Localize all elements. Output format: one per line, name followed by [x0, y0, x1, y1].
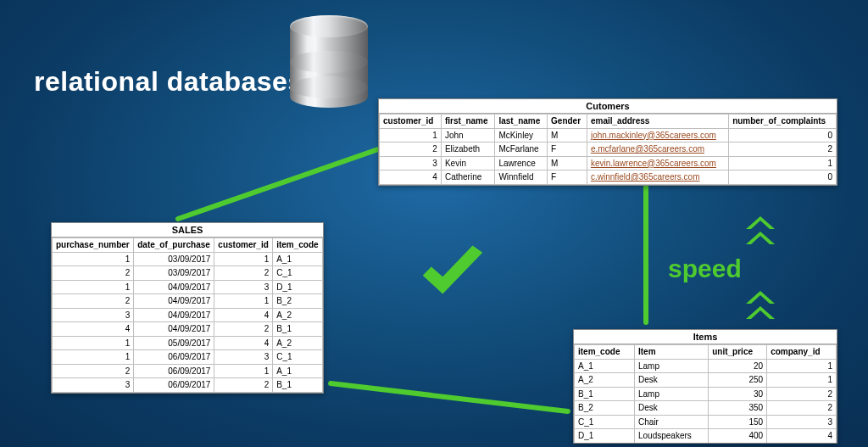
col-header: Gender: [548, 115, 587, 129]
cell: c.winnfield@365careers.com: [587, 170, 728, 185]
cell: Lamp: [635, 359, 709, 373]
cell: 3: [214, 280, 273, 294]
cell: McFarlane: [495, 142, 548, 157]
cell: Elizabeth: [441, 142, 494, 157]
cell: M: [548, 156, 587, 170]
svg-line-1: [331, 383, 568, 411]
col-header: number_of_complaints: [729, 115, 837, 129]
cell: A_1: [273, 364, 323, 378]
email-link[interactable]: john.mackinley@365careers.com: [591, 131, 716, 140]
speed-label: speed: [668, 254, 742, 283]
cell: B_1: [273, 322, 323, 337]
cell: Lawrence: [495, 156, 548, 170]
cell: A_2: [273, 336, 323, 350]
table-row: 304/09/20174A_2: [53, 308, 323, 322]
cell: F: [548, 170, 587, 185]
cell: 2: [729, 142, 837, 157]
cell: D_1: [273, 280, 323, 294]
cell: F: [548, 142, 587, 157]
cell: B_1: [575, 387, 635, 401]
table-row: 404/09/20172B_1: [53, 322, 323, 337]
cell: 06/09/2017: [134, 350, 214, 365]
email-link[interactable]: c.winnfield@365careers.com: [591, 172, 700, 182]
cell: Catherine: [441, 170, 494, 185]
speed-arrows-up-top: [746, 214, 775, 247]
cell: 04/09/2017: [134, 308, 214, 322]
table-row: 206/09/20171A_1: [53, 364, 323, 378]
cell: 03/09/2017: [134, 266, 214, 281]
cell: D_1: [575, 429, 635, 443]
cell: 1: [53, 350, 134, 365]
cell: 2: [53, 364, 134, 378]
cell: 3: [767, 415, 837, 429]
col-header: last_name: [495, 115, 548, 129]
table-row: 103/09/20171A_1: [53, 252, 323, 266]
cell: 2: [380, 142, 442, 157]
cell: 1: [380, 128, 442, 142]
cell: 1: [53, 336, 134, 350]
table-row: D_1Loudspeakers4004: [575, 429, 837, 443]
cell: 1: [767, 359, 837, 373]
table-sales-caption: SALES: [52, 223, 323, 237]
cell: B_2: [273, 294, 323, 309]
cell: e.mcfarlane@365careers.com: [587, 142, 728, 157]
cell: 400: [709, 429, 767, 443]
cell: John: [441, 128, 494, 142]
cell: 20: [709, 359, 767, 373]
checkmark-icon: [417, 244, 488, 304]
table-row: 4CatherineWinnfieldFc.winnfield@365caree…: [380, 170, 837, 185]
cell: 4: [214, 336, 273, 350]
cell: 04/09/2017: [134, 322, 214, 337]
cell: 1: [214, 364, 273, 378]
col-header: customer_id: [214, 238, 273, 253]
cell: 350: [709, 401, 767, 416]
table-items: Items item_code Item unit_price company_…: [573, 329, 837, 444]
col-header: item_code: [575, 345, 635, 360]
table-row: 106/09/20173C_1: [53, 350, 323, 365]
table-customers: Cutomers customer_id first_name last_nam…: [378, 98, 837, 186]
database-cylinder-icon: [290, 15, 368, 110]
cell: 06/09/2017: [134, 364, 214, 378]
col-header: Item: [635, 345, 709, 360]
cell: M: [548, 128, 587, 142]
cell: 3: [214, 350, 273, 365]
table-row: A_1Lamp201: [575, 359, 837, 373]
cell: 2: [214, 266, 273, 281]
table-row: 104/09/20173D_1: [53, 280, 323, 294]
col-header: unit_price: [709, 345, 767, 360]
cell: A_1: [575, 359, 635, 373]
cell: 2: [767, 387, 837, 401]
cell: B_1: [273, 378, 323, 393]
cell: 30: [709, 387, 767, 401]
email-link[interactable]: kevin.lawrence@365careers.com: [591, 159, 716, 168]
cell: 1: [53, 280, 134, 294]
table-row: A_2Desk2501: [575, 373, 837, 388]
cell: C_1: [273, 266, 323, 281]
cell: McKinley: [495, 128, 548, 142]
col-header: first_name: [441, 115, 494, 129]
cell: 03/09/2017: [134, 252, 214, 266]
table-customers-caption: Cutomers: [379, 99, 837, 114]
cell: 1: [767, 373, 837, 388]
cell: 4: [53, 322, 134, 337]
cell: 0: [729, 128, 837, 142]
cell: 0: [729, 170, 837, 185]
cell: Winnfield: [495, 170, 548, 185]
cell: Kevin: [441, 156, 494, 170]
cell: 2: [53, 294, 134, 309]
table-row: 105/09/20174A_2: [53, 336, 323, 350]
cell: 150: [709, 415, 767, 429]
table-row: 1JohnMcKinleyMjohn.mackinley@365careers.…: [380, 128, 837, 142]
cell: A_2: [575, 373, 635, 388]
table-row: 2ElizabethMcFarlaneFe.mcfarlane@365caree…: [380, 142, 837, 157]
cell: C_1: [273, 350, 323, 365]
speed-arrows-up-bottom: [746, 288, 775, 321]
table-row: 204/09/20171B_2: [53, 294, 323, 309]
cell: 3: [53, 308, 134, 322]
cell: Desk: [635, 401, 709, 416]
cell: 3: [53, 378, 134, 393]
table-row: 3KevinLawrenceMkevin.lawrence@365careers…: [380, 156, 837, 170]
email-link[interactable]: e.mcfarlane@365careers.com: [591, 144, 704, 154]
col-header: item_code: [273, 238, 323, 253]
table-row: C_1Chair1503: [575, 415, 837, 429]
